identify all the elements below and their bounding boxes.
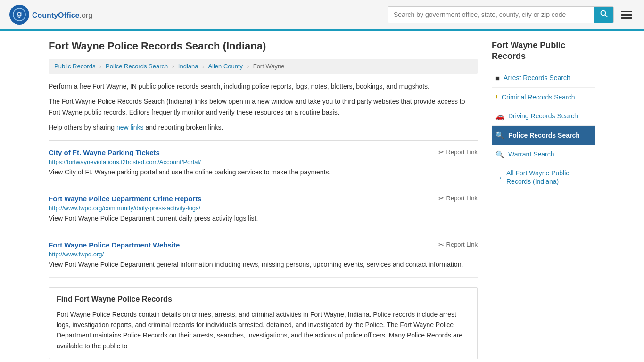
sidebar-link-warrant-search[interactable]: 🔍 Warrant Search [492, 145, 595, 164]
link-title-crime-reports[interactable]: Fort Wayne Police Department Crime Repor… [49, 195, 202, 203]
new-links-link[interactable]: new links [116, 123, 144, 131]
find-section-title: Find Fort Wayne Police Records [57, 295, 470, 304]
criminal-icon: ! [495, 92, 498, 102]
search-button[interactable] [594, 7, 613, 23]
page-title: Fort Wayne Police Records Search (Indian… [49, 40, 478, 52]
link-item: Fort Wayne Police Department Website ✂ R… [49, 241, 478, 278]
sidebar-nav: ■ Arrest Records Search ! Criminal Recor… [492, 69, 595, 191]
link-desc-parking: View City of Ft. Wayne parking portal an… [49, 167, 478, 177]
link-desc-fwpd-website: View Fort Wayne Police Department genera… [49, 260, 478, 270]
arrest-icon: ■ [495, 74, 500, 83]
search-bar [388, 6, 614, 23]
link-url-fwpd-website[interactable]: http://www.fwpd.org/ [49, 251, 478, 258]
link-title-parking[interactable]: City of Ft. Wayne Parking Tickets [49, 148, 160, 156]
police-icon: 🔍 [495, 131, 504, 140]
sidebar-item-arrest-records: ■ Arrest Records Search [492, 69, 595, 88]
breadcrumb-allen-county[interactable]: Allen County [208, 63, 243, 70]
breadcrumb-public-records[interactable]: Public Records [54, 63, 95, 70]
breadcrumb: Public Records › Police Records Search ›… [49, 59, 478, 74]
link-url-crime-reports[interactable]: http://www.fwpd.org/community/daily-pres… [49, 205, 478, 212]
report-link-button-1[interactable]: ✂ Report Link [438, 195, 478, 202]
sidebar-item-all-records: → All Fort Wayne Public Records (Indiana… [492, 164, 595, 191]
warrant-icon: 🔍 [495, 150, 504, 159]
logo-text[interactable]: CountyOffice.org [32, 9, 92, 20]
report-link-button-0[interactable]: ✂ Report Link [438, 148, 478, 156]
content-area: Fort Wayne Police Records Search (Indian… [49, 40, 478, 359]
content-divider [49, 140, 478, 141]
breadcrumb-fort-wayne: Fort Wayne [253, 63, 285, 70]
sidebar-item-warrant-search: 🔍 Warrant Search [492, 145, 595, 165]
logo-area: CountyOffice.org [9, 5, 92, 25]
sidebar-item-police-records: 🔍 Police Records Search [492, 126, 595, 145]
svg-point-2 [18, 13, 21, 16]
description-1: Perform a free Fort Wayne, IN public pol… [49, 81, 478, 91]
report-icon-1: ✂ [438, 195, 444, 202]
sidebar-link-arrest-records[interactable]: ■ Arrest Records Search [492, 69, 595, 88]
find-section-body: Fort Wayne Police Records contain detail… [57, 309, 470, 352]
link-title-fwpd-website[interactable]: Fort Wayne Police Department Website [49, 241, 180, 249]
svg-point-3 [601, 11, 606, 16]
sidebar-item-criminal-records: ! Criminal Records Search [492, 88, 595, 107]
report-icon-0: ✂ [438, 148, 444, 156]
report-icon-2: ✂ [438, 241, 444, 248]
link-url-parking[interactable]: https://fortwayneviolations.t2hosted.com… [49, 158, 478, 165]
all-records-icon: → [495, 173, 503, 182]
breadcrumb-indiana[interactable]: Indiana [178, 63, 198, 70]
driving-icon: 🚗 [495, 112, 504, 121]
description-2: The Fort Wayne Police Records Search (In… [49, 96, 478, 117]
sidebar-link-driving-records[interactable]: 🚗 Driving Records Search [492, 107, 595, 126]
report-link-button-2[interactable]: ✂ Report Link [438, 241, 478, 248]
search-input[interactable] [388, 7, 594, 23]
sidebar-title: Fort Wayne Public Records [492, 40, 595, 62]
site-header: CountyOffice.org [0, 0, 644, 31]
hamburger-menu-button[interactable] [619, 8, 635, 21]
link-item: City of Ft. Wayne Parking Tickets ✂ Repo… [49, 148, 478, 185]
sidebar-link-all-records[interactable]: → All Fort Wayne Public Records (Indiana… [492, 164, 595, 190]
description-3: Help others by sharing new links and rep… [49, 122, 478, 132]
main-container: Fort Wayne Police Records Search (Indian… [39, 31, 605, 362]
sidebar-link-criminal-records[interactable]: ! Criminal Records Search [492, 88, 595, 107]
link-desc-crime-reports: View Fort Wayne Police Department curren… [49, 214, 478, 223]
sidebar-link-police-records[interactable]: 🔍 Police Records Search [492, 126, 595, 145]
logo-icon [9, 5, 29, 25]
svg-line-4 [605, 15, 608, 17]
find-section: Find Fort Wayne Police Records Fort Wayn… [49, 287, 478, 360]
sidebar-item-driving-records: 🚗 Driving Records Search [492, 107, 595, 126]
breadcrumb-police-records-search[interactable]: Police Records Search [106, 63, 168, 70]
link-item: Fort Wayne Police Department Crime Repor… [49, 195, 478, 231]
header-right [388, 6, 635, 23]
sidebar: Fort Wayne Public Records ■ Arrest Recor… [492, 40, 595, 359]
